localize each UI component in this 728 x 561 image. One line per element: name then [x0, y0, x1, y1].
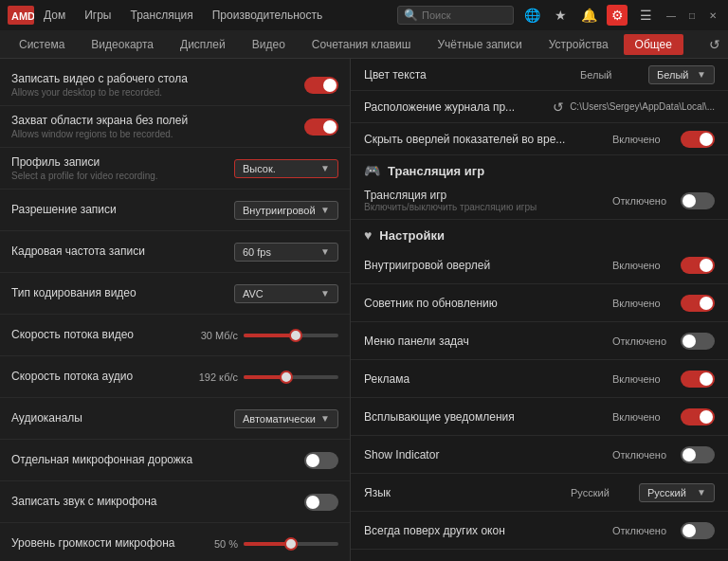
- tab-general[interactable]: Общее: [624, 34, 683, 55]
- section-settings: ♥ Настройки: [351, 220, 728, 246]
- select-codec[interactable]: AVC ▼: [234, 284, 338, 303]
- svg-text:AMD: AMD: [11, 10, 34, 22]
- chevron-down-icon: ▼: [697, 69, 706, 80]
- chevron-down-icon: ▼: [320, 413, 330, 424]
- right-row-popups: Всплывающие уведомления Включено: [351, 398, 728, 436]
- setting-framerate: Кадровая частота записи 60 fps ▼: [0, 231, 350, 273]
- toggle-ingame-overlay[interactable]: [681, 257, 715, 274]
- tab-hotkeys[interactable]: Сочетания клавиш: [300, 34, 423, 55]
- section-game-streaming-title: Трансляция игр: [388, 164, 484, 178]
- setting-record-mic: Записать звук с микрофона: [0, 481, 350, 523]
- gamepad-icon: 🎮: [364, 163, 380, 178]
- tabbar: Система Видеокарта Дисплей Видео Сочетан…: [0, 30, 728, 59]
- bell-icon[interactable]: 🔔: [578, 5, 599, 26]
- select-language[interactable]: Русский ▼: [639, 483, 715, 502]
- slider-mic-volume[interactable]: [244, 542, 338, 546]
- refresh-icon[interactable]: ↺: [709, 37, 720, 52]
- left-panel: Записать видео с рабочего стола Allows y…: [0, 59, 351, 561]
- titlebar-right: 🔍 🌐 ★ 🔔 ⚙ ☰ — □ ✕: [397, 5, 720, 26]
- chevron-down-icon: ▼: [320, 163, 330, 173]
- setting-video-bitrate: Скорость потока видео 30 Мб/с: [0, 315, 350, 356]
- right-row-text-color: Цвет текста Белый Белый ▼: [351, 59, 728, 91]
- toggle-mic-track[interactable]: [304, 452, 338, 469]
- slider-audio-bitrate[interactable]: [244, 375, 338, 379]
- star-icon[interactable]: ★: [550, 5, 571, 26]
- nav-performance[interactable]: Производительность: [212, 9, 322, 22]
- toggle-record-desktop[interactable]: [304, 77, 338, 94]
- toggle-hide-overlay[interactable]: [681, 131, 715, 148]
- search-input[interactable]: [422, 9, 507, 21]
- toggle-always-on-top[interactable]: [681, 522, 715, 539]
- select-audio-channels[interactable]: Автоматически ▼: [234, 409, 338, 428]
- globe-icon[interactable]: 🌐: [521, 5, 542, 26]
- tab-system[interactable]: Система: [8, 34, 76, 55]
- select-text-color[interactable]: Белый ▼: [648, 65, 715, 84]
- toggle-taskbar-menu[interactable]: [681, 333, 715, 350]
- chevron-down-icon: ▼: [320, 288, 330, 299]
- tab-gpu[interactable]: Видеокарта: [80, 34, 165, 55]
- log-refresh-icon[interactable]: ↺: [547, 98, 570, 117]
- setting-audio-channels: Аудиоканалы Автоматически ▼: [0, 398, 350, 440]
- setting-capture-region: Захват области экрана без полей Allows w…: [0, 106, 350, 148]
- gear-icon[interactable]: ⚙: [607, 5, 628, 26]
- nav-games[interactable]: Игры: [84, 9, 111, 22]
- tab-display[interactable]: Дисплей: [169, 34, 237, 55]
- nav-streaming[interactable]: Трансляция: [131, 9, 193, 22]
- right-row-log-path: Расположение журнала пр... ↺ C:\Users\Se…: [351, 91, 728, 123]
- select-record-profile[interactable]: Высок. ▼: [234, 159, 338, 178]
- section-game-streaming: 🎮 Трансляция игр: [351, 155, 728, 182]
- chevron-down-icon: ▼: [697, 487, 706, 498]
- nav-home[interactable]: Дом: [44, 9, 65, 22]
- right-row-hide-overlay: Скрыть оверлей показателей во вре... Вкл…: [351, 123, 728, 155]
- titlebar-left: AMD Дом Игры Трансляция Производительнос…: [8, 6, 322, 25]
- right-row-ads: Реклама Включено: [351, 360, 728, 398]
- toggle-record-mic[interactable]: [304, 494, 338, 511]
- setting-record-desktop: Записать видео с рабочего стола Allows y…: [0, 64, 350, 106]
- right-row-streaming: Трансляция игр Включить/выключить трансл…: [351, 182, 728, 220]
- menu-icon[interactable]: ☰: [635, 5, 656, 26]
- right-row-show-indicator: Show Indicator Отключено: [351, 436, 728, 474]
- right-row-taskbar-menu: Меню панели задач Отключено: [351, 322, 728, 360]
- slider-video-bitrate[interactable]: [244, 334, 338, 337]
- chevron-down-icon: ▼: [320, 246, 330, 257]
- titlebar-nav: Дом Игры Трансляция Производительность: [44, 9, 322, 22]
- toggle-capture-region[interactable]: [304, 118, 338, 136]
- tab-devices[interactable]: Устройства: [537, 34, 620, 55]
- setting-mic-volume: Уровень громкости микрофона 50 %: [0, 523, 350, 561]
- log-path-value: C:\Users\Sergey\AppData\Local\...: [570, 101, 715, 112]
- right-row-always-on-top: Всегда поверх других окон Отключено: [351, 512, 728, 550]
- setting-record-profile: Профиль записи Select a profile for vide…: [0, 148, 350, 190]
- search-box[interactable]: 🔍: [397, 6, 514, 25]
- setting-resolution: Разрешение записи Внутриигровой ▼: [0, 190, 350, 231]
- toggle-popups[interactable]: [681, 408, 715, 425]
- toggle-ads[interactable]: [681, 371, 715, 388]
- close-btn[interactable]: ✕: [705, 8, 720, 23]
- right-row-ingame-overlay: Внутриигровой оверлей Включено: [351, 246, 728, 284]
- search-icon: 🔍: [404, 9, 418, 22]
- setting-mic-track: Отдельная микрофонная дорожка: [0, 440, 350, 481]
- right-panel: Цвет текста Белый Белый ▼ Расположение ж…: [351, 59, 728, 561]
- heart-icon: ♥: [364, 227, 372, 243]
- chevron-down-icon: ▼: [320, 205, 330, 215]
- toggle-show-indicator[interactable]: [681, 446, 715, 463]
- tab-video[interactable]: Видео: [241, 34, 297, 55]
- toggle-streaming[interactable]: [681, 192, 715, 209]
- select-framerate[interactable]: 60 fps ▼: [234, 243, 338, 262]
- win-controls: — □ ✕: [664, 8, 720, 23]
- titlebar: AMD Дом Игры Трансляция Производительнос…: [0, 0, 728, 30]
- section-settings-title: Настройки: [379, 228, 445, 243]
- setting-codec: Тип кодирования видео AVC ▼: [0, 273, 350, 315]
- minimize-btn[interactable]: —: [664, 8, 679, 23]
- right-row-language: Язык Русский Русский ▼: [351, 474, 728, 512]
- maximize-btn[interactable]: □: [684, 8, 700, 23]
- toggle-update-advisor[interactable]: [681, 295, 715, 312]
- main-content: Записать видео с рабочего стола Allows y…: [0, 59, 728, 561]
- setting-audio-bitrate: Скорость потока аудио 192 кб/с: [0, 356, 350, 398]
- select-resolution[interactable]: Внутриигровой ▼: [234, 201, 338, 220]
- tab-accounts[interactable]: Учётные записи: [426, 34, 533, 55]
- right-row-update-advisor: Советник по обновлению Включено: [351, 284, 728, 322]
- amd-logo: AMD: [8, 6, 34, 25]
